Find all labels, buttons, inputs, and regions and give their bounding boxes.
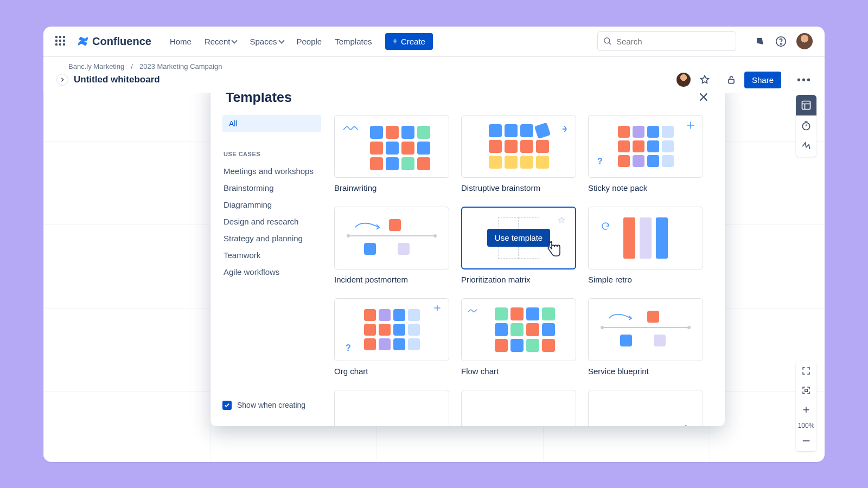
star-outline-icon [558,216,565,224]
fit-button[interactable] [796,381,816,400]
arrow-icon [354,219,387,231]
template-card[interactable]: Simple retro [588,207,703,284]
breadcrumb: Banc.ly Marketing / 2023 Marketing Campa… [43,57,825,70]
template-card[interactable]: ? Sticky note pack [588,115,703,192]
category-brainstorming[interactable]: Brainstorming [222,179,321,196]
template-name: Simple retro [588,275,703,284]
search-icon [603,36,612,46]
restrictions-icon[interactable] [726,74,737,85]
timeline-icon [602,327,689,328]
template-card[interactable]: .sq.o[style]{width:22px;height:22px;bord… [334,207,449,284]
breadcrumb-page[interactable]: 2023 Marketing Campaign [139,62,222,70]
templates-panel-button[interactable] [796,95,816,115]
template-card[interactable]: Use template Prioritization matrix [461,207,576,284]
category-strategy[interactable]: Strategy and planning [222,230,321,247]
create-button-label: Create [401,37,425,46]
nav-recent[interactable]: Recent [205,37,237,46]
help-icon[interactable] [775,36,787,47]
sidebar-expand-button[interactable] [56,74,68,86]
share-button[interactable]: Share [744,72,781,88]
nav-home[interactable]: Home [170,37,192,46]
svg-line-1 [609,43,611,44]
template-name: Brainwriting [334,183,449,192]
search-wrap [597,31,736,51]
template-card[interactable]: Distruptive brainstorm [461,115,576,192]
use-template-button[interactable]: Use template [487,229,550,247]
svg-rect-5 [802,101,810,109]
breadcrumb-sep: / [131,62,133,70]
notifications-icon[interactable] [755,36,765,47]
question-icon: ? [597,157,603,166]
category-teamwork[interactable]: Teamwork [222,247,321,264]
template-thumb: ? [588,115,703,178]
zoom-level: 100% [798,420,815,432]
nav-spaces[interactable]: Spaces [250,37,283,46]
flick-icon [683,423,695,426]
app-switcher-icon[interactable] [55,36,66,47]
sparkle-icon [433,304,441,312]
divider [718,74,718,86]
zoom-out-button[interactable]: − [796,432,816,451]
template-name: Flow chart [461,367,576,376]
nav-people[interactable]: People [297,37,322,46]
category-meetings[interactable]: Meetings and workshops [222,163,321,179]
category-design-research[interactable]: Design and research [222,213,321,230]
breadcrumb-space[interactable]: Banc.ly Marketing [68,62,124,70]
doc-title[interactable]: Untitled whiteboard [74,74,160,85]
refresh-icon [601,221,610,231]
template-card[interactable] [461,390,576,426]
title-row: Untitled whiteboard Share ••• [43,70,825,93]
template-card[interactable] [588,390,703,426]
create-button[interactable]: + Create [385,33,433,50]
timeline-icon [348,235,435,236]
template-card[interactable]: Brainwriting [334,115,449,192]
fullscreen-button[interactable] [796,361,816,381]
user-avatar[interactable] [796,33,813,49]
template-card[interactable] [334,390,449,426]
template-name: Distruptive brainstorm [461,183,576,192]
star-icon[interactable] [699,74,710,85]
svg-rect-11 [805,389,808,391]
flick-icon [561,124,571,134]
bars-icon [623,217,668,259]
nav-links: Home Recent Spaces People Templates + Cr… [170,33,433,50]
zoom-controls: + 100% − [796,361,816,451]
header-area: Banc.ly Marketing / 2023 Marketing Campa… [43,57,825,93]
arrow-icon [608,311,639,322]
template-card[interactable]: Service blueprint [588,298,703,376]
zoom-in-button[interactable]: + [796,400,816,420]
svg-rect-4 [729,79,734,84]
more-actions-icon[interactable]: ••• [797,74,812,86]
product-logo[interactable]: Confluence [77,35,151,48]
nav-templates[interactable]: Templates [335,37,372,46]
template-thumb: .sq.o[style]{width:22px;height:22px;bord… [334,207,449,269]
category-diagramming[interactable]: Diagramming [222,196,321,213]
template-card[interactable]: ? Org chart [334,298,449,376]
template-name: Org chart [334,367,449,376]
template-name: Service blueprint [588,367,703,376]
cursor-icon [546,240,563,258]
template-grid: Brainwriting [329,110,725,426]
side-dock [796,95,816,157]
template-thumb [461,298,576,361]
template-thumb [334,390,449,426]
presence-avatar[interactable] [675,72,692,88]
category-all[interactable]: All [222,115,321,132]
template-card[interactable]: Flow chart [461,298,576,376]
nav-right-icons [755,33,813,49]
ai-button[interactable] [796,136,816,157]
template-thumb [334,115,449,178]
svg-point-0 [604,38,610,43]
squiggle-icon [342,124,361,133]
timer-button[interactable] [796,115,816,136]
close-icon[interactable] [698,91,710,103]
search-input[interactable] [597,31,736,51]
template-thumb: Use template [461,207,576,269]
divider [789,74,789,86]
show-when-creating[interactable]: Show when creating [222,395,321,419]
checkbox-checked-icon[interactable] [222,401,232,410]
templates-modal: Templates All USE CASES Meetings and wor… [210,78,725,426]
category-agile[interactable]: Agile workflows [222,264,321,280]
template-thumb [588,207,703,269]
template-thumb: ? [334,298,449,361]
